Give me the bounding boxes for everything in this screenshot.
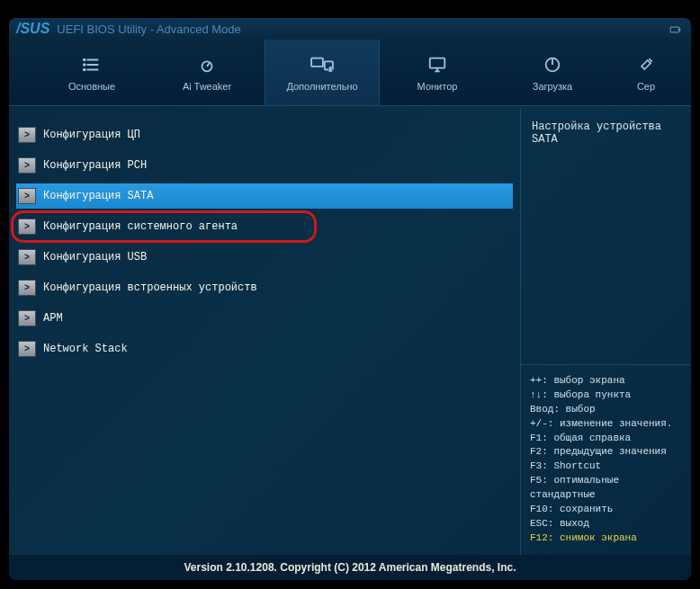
tab-main[interactable]: Основные [34,40,149,105]
tab-label: Ai Tweaker [183,81,231,92]
svg-text:i: i [330,67,331,72]
shortcut-line: F3: Shortcut [530,460,682,474]
chevron-right-icon: > [18,310,36,326]
chevron-right-icon: > [18,219,36,235]
menu-item-label: Конфигурация PCH [43,159,147,172]
menu-item-label: APM [43,312,63,325]
tab-advanced[interactable]: i Дополнительно [265,40,380,105]
svg-point-7 [84,68,85,70]
chevron-right-icon: > [18,249,36,265]
menu-item-label: Конфигурация SATA [43,190,153,202]
svg-rect-10 [311,58,323,66]
shortcut-line: ↑↓: выбора пункта [530,388,682,403]
tab-label: Сер [637,81,655,92]
footer-bar: Version 2.10.1208. Copyright (C) 2012 Am… [9,555,691,580]
devices-icon: i [309,54,336,76]
svg-point-8 [202,61,212,71]
tab-label: Монитор [417,81,458,92]
svg-rect-0 [670,27,678,32]
svg-rect-1 [679,29,680,31]
menu-item-pch-config[interactable]: > Конфигурация PCH [16,153,513,178]
menu-item-cpu-config[interactable]: > Конфигурация ЦП [16,122,513,147]
svg-point-6 [84,64,85,66]
shortcut-line: +/-: изменение значения. [530,417,682,432]
bios-screen: /SUS UEFI BIOS Utility - Advanced Mode О… [9,18,691,580]
tab-boot[interactable]: Загрузка [495,40,610,105]
menu-panel: > Конфигурация ЦП > Конфигурация PCH > К… [9,108,520,555]
shortcut-line: F2: предыдущие значения [530,445,682,460]
tab-label: Основные [68,81,115,92]
menu-item-label: Network Stack [43,343,128,355]
dial-icon [193,54,220,76]
tab-tool[interactable]: Сер [610,40,682,105]
tab-label: Дополнительно [286,81,357,92]
menu-item-onboard-devices[interactable]: > Конфигурация встроенных устройств [16,275,513,300]
version-text: Version 2.10.1208. Copyright (C) 2012 Am… [184,561,516,574]
monitor-icon [424,54,451,76]
menu-item-label: Конфигурация ЦП [43,129,140,141]
shortcut-line: Ввод: выбор [530,403,682,417]
shortcut-line: F1: общая справка [530,432,682,446]
menu-item-label: Конфигурация системного агента [43,220,238,233]
menu-item-label: Конфигурация встроенных устройств [43,281,257,294]
menu-item-usb-config[interactable]: > Конфигурация USB [16,245,513,270]
menu-item-apm[interactable]: > APM [16,306,513,331]
chevron-right-icon: > [18,188,36,204]
shortcut-line: F5: оптимальные стандартные [530,474,682,503]
list-icon [78,54,105,76]
top-bar: /SUS UEFI BIOS Utility - Advanced Mode [9,18,691,40]
tab-bar: Основные Ai Tweaker i Дополнительно Мони… [9,40,691,106]
utility-title: UEFI BIOS Utility - Advanced Mode [57,22,240,36]
chevron-right-icon: > [18,341,36,357]
battery-icon [669,23,682,36]
shortcut-line: F10: сохранить [530,503,682,517]
tab-label: Загрузка [533,81,572,92]
svg-rect-14 [430,58,445,67]
help-description: Настройка устройства SATA [521,108,691,364]
svg-point-5 [84,58,85,60]
brand-logo: /SUS [16,21,49,37]
shortcut-panel: ++: выбор экрана ↑↓: выбора пункта Ввод:… [521,364,691,555]
chevron-right-icon: > [18,157,36,174]
svg-line-9 [207,63,210,67]
chevron-right-icon: > [18,280,36,296]
shortcut-highlight: F12: снимок экрана [530,531,682,546]
content-body: > Конфигурация ЦП > Конфигурация PCH > К… [9,108,691,555]
chevron-right-icon: > [18,127,36,143]
menu-item-sata-config[interactable]: > Конфигурация SATA [16,183,513,209]
shortcut-line: ESC: выход [530,517,682,531]
tool-icon [633,54,660,76]
menu-item-system-agent-config[interactable]: > Конфигурация системного агента [16,214,513,239]
menu-item-label: Конфигурация USB [43,251,147,263]
tab-ai-tweaker[interactable]: Ai Tweaker [149,40,265,105]
menu-item-network-stack[interactable]: > Network Stack [16,336,513,361]
power-icon [539,54,566,76]
shortcut-line: ++: выбор экрана [530,374,682,388]
right-panel: Настройка устройства SATA ++: выбор экра… [520,108,691,555]
help-text: Настройка устройства SATA [532,120,661,146]
tab-monitor[interactable]: Монитор [380,40,495,105]
